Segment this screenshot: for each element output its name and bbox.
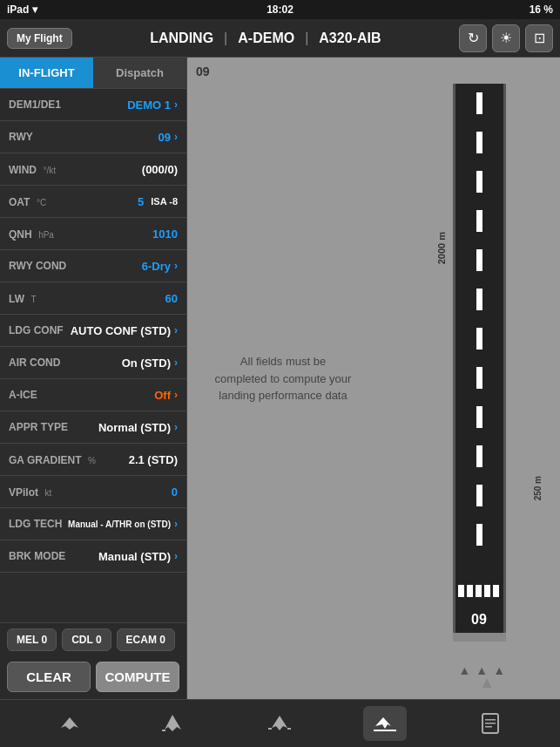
field-row-dem[interactable]: DEM1/DE1 DEMO 1 › (0, 89, 186, 120)
status-bar: iPad ▾ 18:02 16 % (0, 0, 560, 19)
ldgtech-chevron: › (174, 518, 178, 530)
field-row-rwy[interactable]: RWY 09 › (0, 121, 186, 153)
field-row-ldgtech[interactable]: LDG TECH Manual - A/THR on (STD) › (0, 508, 186, 540)
rwy-label: RWY (9, 131, 33, 143)
aircraft-label: A320-AIB (319, 31, 381, 46)
field-group-dem: DEM1/DE1 DEMO 1 › (0, 89, 186, 121)
action-buttons: CLEAR COMPUTE (0, 656, 186, 699)
nav-item-inflight[interactable] (153, 706, 197, 741)
nav-item-landing[interactable] (363, 706, 407, 741)
landing-icon (372, 710, 398, 737)
my-flight-button[interactable]: My Flight (7, 28, 72, 49)
svg-rect-5 (476, 171, 482, 193)
svg-rect-11 (476, 406, 482, 428)
mel-button[interactable]: MEL 0 (7, 628, 57, 651)
svg-rect-20 (453, 633, 506, 642)
cdl-button[interactable]: CDL 0 (62, 628, 111, 651)
field-row-brkmode[interactable]: BRK MODE Manual (STD) › (0, 540, 186, 572)
field-row-apprtype[interactable]: APPR TYPE Normal (STD) › (0, 411, 186, 443)
tab-bar: IN-FLIGHT Dispatch (0, 58, 186, 89)
field-row-qnh[interactable]: QNH hPa 1010 (0, 218, 186, 249)
badge-buttons: MEL 0 CDL 0 ECAM 0 (0, 622, 186, 656)
svg-rect-13 (476, 485, 482, 506)
mode-label: LANDING (150, 31, 213, 46)
aice-label: A-ICE (9, 389, 37, 401)
battery-label: 16 % (530, 3, 553, 16)
rwy-value: 09 › (159, 131, 178, 144)
clear-button[interactable]: CLEAR (7, 662, 91, 692)
refresh-button[interactable]: ↻ (459, 24, 487, 52)
runway-svg: 09 (451, 84, 508, 642)
rwy-chevron: › (174, 131, 178, 143)
aice-value: Off › (154, 389, 178, 402)
brightness-button[interactable]: ☀ (492, 24, 520, 52)
field-row-aircond[interactable]: AIR COND On (STD) › (0, 347, 186, 378)
field-group-aircond: AIR COND On (STD) › (0, 347, 186, 379)
arrow-markers-2: ▲ (479, 674, 495, 692)
oat-label: OAT °C (9, 194, 46, 209)
field-row-wind[interactable]: WIND °/kt (000/0) (0, 153, 186, 185)
ldgconf-value: AUTO CONF (STD) › (71, 324, 178, 337)
tab-dispatch[interactable]: Dispatch (93, 58, 186, 88)
field-row-rwycond[interactable]: RWY COND 6-Dry › (0, 250, 186, 282)
qnh-label: QNH hPa (9, 226, 54, 241)
ldgtech-value: Manual - A/THR on (STD) › (68, 518, 178, 530)
main-content: IN-FLIGHT Dispatch DEM1/DE1 DEMO 1 › RWY (0, 58, 560, 699)
field-row-vpilot[interactable]: VPilot kt 0 (0, 476, 186, 507)
ecam-button[interactable]: ECAM 0 (117, 628, 175, 651)
app-header: My Flight LANDING | A-DEMO | A320-AIB ↻ … (0, 19, 560, 58)
apprtype-value: Normal (STD) › (98, 421, 178, 434)
svg-rect-1 (453, 84, 455, 642)
nav-item-dispatch[interactable] (258, 706, 301, 741)
large-arrow: ▲ (479, 674, 495, 692)
rwycond-label: RWY COND (9, 260, 66, 272)
field-group-qnh: QNH hPa 1010 (0, 218, 186, 250)
svg-rect-3 (476, 92, 482, 114)
field-row-lw[interactable]: LW T 60 (0, 282, 186, 314)
header-title: LANDING | A-DEMO | A320-AIB (79, 31, 452, 46)
status-bar-right: 16 % (530, 3, 553, 16)
aircond-chevron: › (174, 357, 178, 369)
field-group-wind: WIND °/kt (000/0) (0, 153, 186, 186)
field-group-apprtype: APPR TYPE Normal (STD) › (0, 411, 186, 444)
ldgconf-chevron: › (174, 324, 178, 336)
camera-button[interactable]: ⊡ (525, 24, 553, 52)
carrier-label: iPad (7, 3, 29, 16)
svg-rect-19 (493, 585, 499, 597)
svg-rect-17 (476, 585, 482, 597)
nav-item-docs[interactable] (469, 706, 512, 741)
runway-top-label: 09 (196, 65, 210, 78)
field-group-vpilot: VPilot kt 0 (0, 476, 186, 508)
field-row-oat[interactable]: OAT °C 5 ISA -8 (0, 186, 186, 217)
svg-rect-18 (484, 585, 490, 597)
flight-icon (57, 710, 83, 737)
field-row-ldgconf[interactable]: LDG CONF AUTO CONF (STD) › (0, 315, 186, 346)
field-group-rwy: RWY 09 › (0, 121, 186, 153)
svg-rect-4 (476, 132, 482, 153)
svg-rect-21 (374, 730, 396, 731)
tab-inflight[interactable]: IN-FLIGHT (0, 58, 93, 88)
nav-item-flight[interactable] (48, 706, 91, 741)
svg-rect-9 (476, 328, 482, 350)
svg-rect-24 (485, 723, 496, 724)
svg-rect-6 (476, 210, 482, 232)
vpilot-value: 0 (172, 486, 178, 499)
field-group-gagradient: GA GRADIENT % 2.1 (STD) (0, 444, 186, 476)
field-row-gagradient[interactable]: GA GRADIENT % 2.1 (STD) (0, 444, 186, 475)
field-row-aice[interactable]: A-ICE Off › (0, 379, 186, 411)
runway-bottom-number: 09 (471, 612, 487, 627)
svg-rect-14 (476, 524, 482, 546)
aice-chevron: › (174, 389, 178, 401)
field-group-oat: OAT °C 5 ISA -8 (0, 186, 186, 218)
compute-button[interactable]: COMPUTE (96, 662, 179, 692)
arrow-3: ▲ (493, 663, 505, 677)
ldgconf-label: LDG CONF (9, 324, 64, 336)
rwycond-chevron: › (174, 260, 178, 272)
header-actions: ↻ ☀ ⊡ (459, 24, 553, 52)
brkmode-label: BRK MODE (9, 550, 65, 562)
dispatch-icon (267, 710, 293, 737)
ldgtech-label: LDG TECH (9, 518, 62, 530)
aircond-label: AIR COND (9, 357, 60, 369)
aircond-value: On (STD) › (122, 357, 178, 370)
svg-rect-15 (458, 585, 464, 597)
